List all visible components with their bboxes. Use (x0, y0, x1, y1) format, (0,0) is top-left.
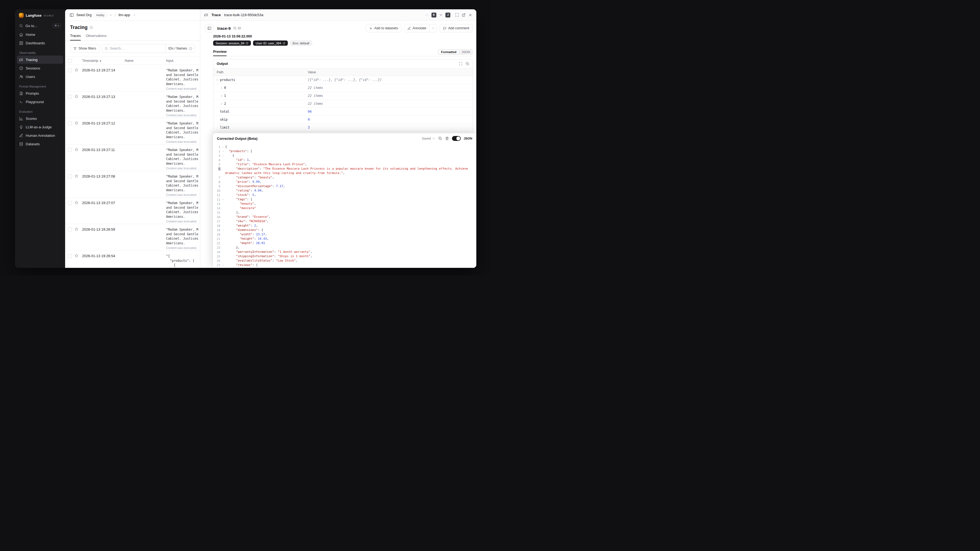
next-trace-chevron-down-icon[interactable] (439, 13, 443, 17)
breadcrumb-org[interactable]: Seed Org (76, 13, 92, 17)
bookmark-star-icon[interactable] (75, 68, 82, 73)
chevron-down-icon[interactable] (133, 13, 136, 17)
bookmark-star-icon[interactable] (75, 94, 82, 100)
search-input[interactable] (110, 46, 163, 50)
sidebar-item-datasets[interactable]: Datasets (17, 140, 63, 148)
show-filters-button[interactable]: Show filters (70, 44, 100, 53)
bookmark-star-icon[interactable] (75, 201, 82, 206)
line-number: 4 (213, 158, 221, 162)
fold-chevron-icon[interactable] (221, 149, 225, 153)
sidebar-toggle-icon[interactable] (70, 13, 74, 17)
trace-row[interactable]: 2026-01-13 19:26:54"{ "products": [ { (65, 251, 200, 268)
trace-badge-env[interactable]: Env: default (290, 40, 312, 46)
sidebar-item-prompts[interactable]: Prompts (17, 89, 63, 97)
open-in-new-icon[interactable] (461, 13, 466, 17)
search-scope-select[interactable]: IDs / Names (165, 44, 195, 53)
row-checkbox[interactable] (68, 121, 72, 125)
copy-id-button[interactable]: ID (233, 27, 241, 30)
code-text: "availabilityStatus": "Low Stock", (225, 258, 476, 263)
trace-badge-session[interactable]: Session: session_84 (213, 40, 251, 46)
row-checkbox[interactable] (68, 254, 72, 258)
chevron-right-icon[interactable] (220, 102, 223, 105)
row-input-preview: "Madam Speaker, Mand Second GentleCabine… (166, 68, 200, 90)
output-row-products[interactable]: products[{"id": ...}, {"id": ...}, {"id"… (213, 76, 473, 84)
trace-badge-user-id[interactable]: User ID: user_384 (253, 40, 288, 46)
sidebar-item-users[interactable]: Users (17, 73, 63, 81)
trace-row[interactable]: 2026-01-13 19:27:07"Madam Speaker, Mand … (65, 197, 200, 224)
chevron-down-icon[interactable] (216, 78, 219, 81)
chevron-right-icon[interactable] (220, 94, 223, 97)
trace-row[interactable]: 2026-01-13 19:27:08"Madam Speaker, Mand … (65, 171, 200, 197)
add-comment-button[interactable]: Add comment (440, 24, 473, 32)
chevron-down-icon[interactable] (109, 13, 113, 17)
annotate-button[interactable]: Annotate (404, 24, 430, 32)
fold-chevron-icon[interactable] (221, 267, 225, 268)
sidebar-item-sessions[interactable]: Sessions (17, 64, 63, 72)
format-formatted[interactable]: Formatted (438, 49, 459, 54)
sidebar-item-human-annotation[interactable]: Human Annotation (17, 131, 63, 140)
corrected-output-editor[interactable]: 1{2 "products": [3 {4 "id": 1,5 "title":… (213, 143, 476, 268)
trace-row[interactable]: 2026-01-13 19:27:12"Madam Speaker, Mand … (65, 118, 200, 145)
fold-chevron-icon[interactable] (221, 263, 225, 266)
goto-button[interactable]: Go to... ⌘ K (17, 22, 63, 30)
add-to-datasets-button[interactable]: Add to datasets (366, 24, 401, 32)
bookmark-star-icon[interactable] (75, 148, 82, 153)
output-row-0[interactable]: 022 items (213, 84, 473, 92)
expand-view-icon[interactable] (459, 62, 463, 66)
col-value: Value (308, 70, 316, 74)
prev-trace-chevron-up-icon[interactable] (425, 13, 429, 17)
fold-chevron-icon[interactable] (221, 228, 225, 231)
sidebar-item-scores[interactable]: Scores (17, 115, 63, 123)
col-input[interactable]: Input (166, 59, 200, 63)
bookmark-star-icon[interactable] (75, 121, 82, 126)
fold-chevron-icon[interactable] (221, 153, 225, 157)
sidebar-item-llm-as-a-judge[interactable]: LLM-as-a-Judge (17, 123, 63, 131)
trace-row[interactable]: 2026-01-13 19:26:59"Madam Speaker, Mand … (65, 224, 200, 251)
tab-observations[interactable]: Observations (86, 33, 107, 40)
copy-icon[interactable] (466, 62, 469, 66)
tab-preview[interactable]: Preview (213, 49, 226, 56)
code-line: 1{ (213, 145, 476, 149)
langfuse-logo-icon (19, 13, 24, 18)
database-icon (19, 142, 23, 146)
search-box[interactable] (102, 44, 166, 53)
breadcrumb-project[interactable]: llm-app (118, 13, 130, 17)
sidebar-item-dashboards[interactable]: Dashboards (17, 39, 63, 47)
copy-icon[interactable] (438, 137, 442, 140)
collapse-panel-button[interactable] (205, 24, 213, 32)
input-line: "Madam Speaker, M (166, 95, 200, 99)
bookmark-star-icon[interactable] (75, 227, 82, 232)
tab-traces[interactable]: Traces (70, 33, 81, 40)
select-all-checkbox[interactable] (68, 59, 72, 63)
code-line: 23 }, (213, 245, 476, 250)
output-row-1[interactable]: 122 items (213, 92, 473, 100)
annotate-menu-button[interactable] (430, 24, 437, 32)
fold-chevron-icon[interactable] (221, 197, 225, 201)
row-checkbox[interactable] (68, 227, 72, 231)
row-checkbox[interactable] (68, 148, 72, 152)
json-toggle[interactable] (452, 136, 461, 141)
line-number: 22 (213, 241, 221, 245)
row-checkbox[interactable] (68, 95, 72, 99)
output-row-2[interactable]: 222 items (213, 100, 473, 108)
sidebar-item-playground[interactable]: Playground (17, 98, 63, 106)
bookmark-star-icon[interactable] (75, 253, 82, 259)
sidebar-item-tracing[interactable]: Tracing (17, 56, 63, 64)
trace-row[interactable]: 2026-01-13 19:27:13"Madam Speaker, Mand … (65, 91, 200, 118)
col-name[interactable]: Name (125, 59, 166, 63)
sidebar-item-home[interactable]: Home (17, 30, 63, 38)
chevron-right-icon[interactable] (220, 86, 223, 89)
delete-icon[interactable] (445, 137, 449, 140)
expand-icon[interactable] (455, 13, 459, 17)
row-checkbox[interactable] (68, 174, 72, 178)
row-checkbox[interactable] (68, 68, 72, 72)
trace-row[interactable]: 2026-01-13 19:27:11"Madam Speaker, Mand … (65, 145, 200, 171)
col-timestamp[interactable]: Timestamp▼ (82, 59, 125, 63)
row-checkbox[interactable] (68, 201, 72, 205)
bookmark-star-icon[interactable] (75, 174, 82, 179)
format-json[interactable]: JSON (459, 50, 473, 54)
info-icon[interactable] (89, 26, 93, 29)
close-icon[interactable] (468, 13, 473, 17)
trace-row[interactable]: 2026-01-13 19:27:14"Madam Speaker, Mand … (65, 65, 200, 91)
fold-chevron-icon[interactable] (221, 145, 225, 148)
